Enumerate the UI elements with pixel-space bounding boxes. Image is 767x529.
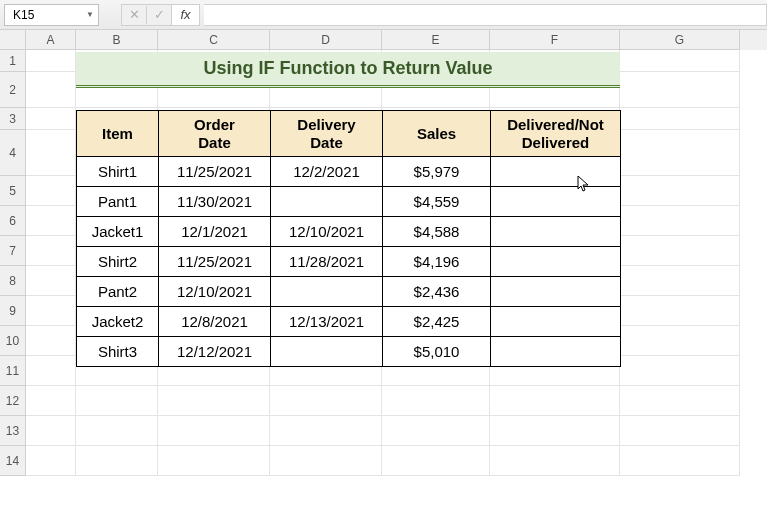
cell-sales[interactable]: $4,196 [383, 247, 491, 277]
cell[interactable] [620, 236, 740, 266]
cell-delivery[interactable]: 12/10/2021 [271, 217, 383, 247]
spreadsheet-grid[interactable]: A B C D E F G 1 2 3 4 5 6 7 8 9 10 11 12… [0, 30, 767, 529]
header-status[interactable]: Delivered/NotDelivered [491, 111, 621, 157]
row-header[interactable]: 7 [0, 236, 26, 266]
cell[interactable] [620, 130, 740, 176]
cell-order[interactable]: 12/1/2021 [159, 217, 271, 247]
col-header[interactable]: B [76, 30, 158, 50]
name-box[interactable]: K15 ▼ [4, 4, 99, 26]
select-all-corner[interactable] [0, 30, 26, 50]
cell[interactable] [26, 176, 76, 206]
cell-status[interactable] [491, 307, 621, 337]
cell[interactable] [76, 386, 158, 416]
cell[interactable] [620, 386, 740, 416]
cell-delivery[interactable]: 11/28/2021 [271, 247, 383, 277]
cell[interactable] [620, 416, 740, 446]
cell[interactable] [620, 446, 740, 476]
cell-item[interactable]: Pant1 [77, 187, 159, 217]
row-header[interactable]: 6 [0, 206, 26, 236]
cell[interactable] [26, 296, 76, 326]
row-header[interactable]: 12 [0, 386, 26, 416]
cell[interactable] [620, 266, 740, 296]
col-header[interactable]: A [26, 30, 76, 50]
header-delivery-date[interactable]: DeliveryDate [271, 111, 383, 157]
cell[interactable] [490, 446, 620, 476]
cell[interactable] [26, 416, 76, 446]
col-header[interactable]: D [270, 30, 382, 50]
cell[interactable] [620, 356, 740, 386]
chevron-down-icon[interactable]: ▼ [84, 9, 96, 21]
cell[interactable] [620, 326, 740, 356]
cell[interactable] [490, 416, 620, 446]
sheet-title[interactable]: Using IF Function to Return Value [76, 52, 620, 88]
cell-item[interactable]: Shirt2 [77, 247, 159, 277]
row-header[interactable]: 2 [0, 72, 26, 108]
cell[interactable] [76, 416, 158, 446]
row-header[interactable]: 14 [0, 446, 26, 476]
cell[interactable] [620, 176, 740, 206]
cell-sales[interactable]: $2,436 [383, 277, 491, 307]
header-sales[interactable]: Sales [383, 111, 491, 157]
cell[interactable] [620, 108, 740, 130]
cell-order[interactable]: 12/12/2021 [159, 337, 271, 367]
cell-status[interactable] [491, 337, 621, 367]
cell[interactable] [620, 50, 740, 72]
cell[interactable] [382, 416, 490, 446]
cell[interactable] [620, 206, 740, 236]
cell-status[interactable] [491, 187, 621, 217]
cell[interactable] [490, 386, 620, 416]
cell-order[interactable]: 12/10/2021 [159, 277, 271, 307]
cell-delivery[interactable]: 12/2/2021 [271, 157, 383, 187]
cell[interactable] [382, 386, 490, 416]
cell-order[interactable]: 11/25/2021 [159, 157, 271, 187]
cell[interactable] [26, 50, 76, 72]
cell[interactable] [158, 416, 270, 446]
row-header[interactable]: 3 [0, 108, 26, 130]
header-order-date[interactable]: OrderDate [159, 111, 271, 157]
cell-status[interactable] [491, 277, 621, 307]
cell-status[interactable] [491, 157, 621, 187]
cell[interactable] [270, 386, 382, 416]
cell-delivery[interactable] [271, 277, 383, 307]
cell[interactable] [26, 236, 76, 266]
col-header[interactable]: E [382, 30, 490, 50]
cell[interactable] [26, 386, 76, 416]
cell[interactable] [158, 386, 270, 416]
row-header[interactable]: 10 [0, 326, 26, 356]
cell-status[interactable] [491, 217, 621, 247]
cell-order[interactable]: 12/8/2021 [159, 307, 271, 337]
cell-order[interactable]: 11/25/2021 [159, 247, 271, 277]
row-header[interactable]: 11 [0, 356, 26, 386]
cell-item[interactable]: Pant2 [77, 277, 159, 307]
cell-sales[interactable]: $2,425 [383, 307, 491, 337]
cell-item[interactable]: Shirt1 [77, 157, 159, 187]
cell[interactable] [158, 446, 270, 476]
cell-sales[interactable]: $5,979 [383, 157, 491, 187]
row-header[interactable]: 13 [0, 416, 26, 446]
cell-item[interactable]: Jacket2 [77, 307, 159, 337]
cell[interactable] [76, 446, 158, 476]
cell[interactable] [620, 296, 740, 326]
row-header[interactable]: 4 [0, 130, 26, 176]
cell[interactable] [620, 72, 740, 108]
header-item[interactable]: Item [77, 111, 159, 157]
row-header[interactable]: 9 [0, 296, 26, 326]
col-header[interactable]: G [620, 30, 740, 50]
col-header[interactable]: C [158, 30, 270, 50]
col-header[interactable]: F [490, 30, 620, 50]
cell[interactable] [26, 326, 76, 356]
cell[interactable] [26, 130, 76, 176]
cell[interactable] [26, 206, 76, 236]
cell-sales[interactable]: $5,010 [383, 337, 491, 367]
cell[interactable] [270, 446, 382, 476]
cell[interactable] [26, 356, 76, 386]
row-header[interactable]: 5 [0, 176, 26, 206]
cell[interactable] [26, 72, 76, 108]
cell-delivery[interactable] [271, 337, 383, 367]
fx-icon[interactable]: fx [171, 5, 199, 25]
cell-sales[interactable]: $4,559 [383, 187, 491, 217]
cell[interactable] [26, 446, 76, 476]
cell-status[interactable] [491, 247, 621, 277]
cell-order[interactable]: 11/30/2021 [159, 187, 271, 217]
cell-sales[interactable]: $4,588 [383, 217, 491, 247]
